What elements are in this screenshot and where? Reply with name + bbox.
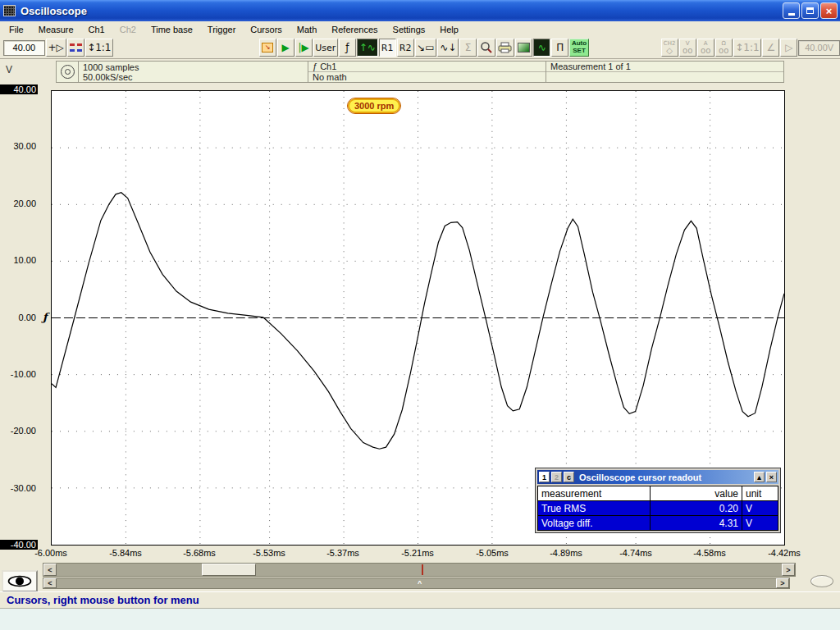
cursor-button-2[interactable]: 2	[551, 472, 562, 482]
ref-to-screen-button[interactable]: ∿↓	[437, 39, 459, 57]
ohm-range-button[interactable]: Ωoo	[715, 39, 733, 57]
cursor-readout-title: Oscilloscope cursor readout	[579, 472, 752, 482]
x-tick--4.58ms: -4.58ms	[693, 548, 726, 558]
y-tick-0.00: 0.00	[0, 313, 36, 322]
menu-help[interactable]: Help	[432, 23, 466, 36]
readout-unit: V	[742, 516, 778, 531]
pulse-button[interactable]: Π	[551, 39, 568, 57]
y-tick--40.00: -40.00	[0, 540, 38, 550]
cursor-readout-titlebar[interactable]: 12c Oscilloscope cursor readout ▴ ×	[537, 470, 778, 484]
maximize-button[interactable]	[801, 2, 819, 19]
cursor-button-c[interactable]: c	[564, 472, 574, 482]
scroll-left-button-1[interactable]: <	[43, 564, 57, 576]
ampere-range-button[interactable]: Aoo	[697, 39, 714, 57]
cursor-readout-window[interactable]: 12c Oscilloscope cursor readout ▴ × meas…	[535, 468, 781, 533]
close-readout-button[interactable]: ×	[766, 472, 777, 482]
autoset-button[interactable]: AutoSET	[569, 39, 589, 57]
eye-button[interactable]	[2, 570, 38, 592]
scrollbar-thumb[interactable]	[202, 564, 256, 576]
scale-1to1-button[interactable]: ↕1:1	[85, 39, 114, 57]
measurement-counter: Measurement 1 of 1	[546, 62, 783, 72]
zoom-button[interactable]	[477, 39, 495, 57]
amp2-button[interactable]: ▷	[780, 39, 797, 57]
y-tick--30.00: -30.00	[0, 483, 36, 493]
vertical-scale-display[interactable]: 40.00	[3, 40, 45, 56]
ref1-button[interactable]: R1	[379, 39, 396, 57]
toolbar: 40.00+▷↕1:1↘▶|▶Userƒ↑∿R1R2↘▭∿↓Σ∿ΠAutoSET…	[0, 37, 840, 59]
menu-cursors[interactable]: Cursors	[243, 23, 290, 36]
horizontal-scrollbar-2[interactable]: < ^ >	[43, 578, 790, 589]
rpm-annotation[interactable]: 3000 rpm	[348, 98, 400, 113]
axis-unit-label: V	[6, 64, 12, 75]
acquisition-info-panel: 1000 samples 50.00kS/sec ƒ Ch1 No math M…	[56, 61, 784, 83]
user-button[interactable]: User	[313, 39, 338, 57]
cursor-button-1[interactable]: 1	[539, 472, 550, 482]
window-title: Oscilloscope	[21, 5, 87, 17]
app-icon[interactable]	[3, 5, 16, 16]
persistence-button[interactable]	[515, 39, 532, 57]
horizontal-scrollbar-1[interactable]: < >	[43, 563, 796, 577]
x-tick--5.05ms: -5.05ms	[476, 548, 509, 558]
menu-ch2[interactable]: Ch2	[112, 23, 144, 36]
trigger-level-marker[interactable]: ƒ	[43, 311, 48, 323]
title-bar[interactable]: Oscilloscope ×	[0, 0, 840, 21]
readout-header-row: measurement value unit	[538, 486, 778, 501]
channel-display-button[interactable]: ↑∿	[357, 39, 378, 57]
volt-range-button[interactable]: Voo	[679, 39, 696, 57]
status-oval-indicator	[810, 575, 833, 587]
print-button[interactable]	[496, 39, 515, 57]
y-tick-30.00: 30.00	[0, 141, 36, 151]
scroll-right-button-2[interactable]: >	[776, 578, 789, 588]
waveform-display-button[interactable]: ∿	[533, 39, 550, 57]
probe-1to1-button[interactable]: ↕1:1	[733, 39, 762, 57]
sum-button[interactable]: Σ	[459, 39, 477, 57]
annotation-button[interactable]: ↘	[259, 39, 276, 57]
readout-value: 4.31	[651, 516, 742, 531]
menu-settings[interactable]: Settings	[386, 23, 433, 36]
samples-count: 1000 samples	[83, 62, 304, 72]
readout-row: Voltage diff.4.31V	[538, 516, 778, 531]
target-icon[interactable]	[57, 62, 79, 82]
function-button[interactable]: ƒ	[339, 39, 356, 57]
menu-time-base[interactable]: Time base	[144, 23, 200, 36]
ch2-probe-button[interactable]: CH2◇	[661, 39, 678, 57]
readout-row: True RMS0.20V	[538, 501, 778, 516]
close-button[interactable]: ×	[820, 2, 838, 19]
copy-to-ref-button[interactable]: ↘▭	[415, 39, 437, 57]
y-tick-40.00: 40.00	[0, 84, 38, 94]
menu-ch1[interactable]: Ch1	[81, 23, 112, 36]
menu-math[interactable]: Math	[290, 23, 324, 36]
ch2-scale-display[interactable]: 40.00V	[798, 40, 840, 56]
offset-lines-button[interactable]	[67, 39, 84, 57]
menu-file[interactable]: File	[2, 23, 31, 36]
ref2-button[interactable]: R2	[397, 39, 414, 57]
amplifier-button[interactable]: +▷	[46, 39, 66, 57]
source-cell: ƒ Ch1 No math	[308, 62, 546, 82]
x-axis-labels: -6.00ms-5.84ms-5.68ms-5.53ms-5.37ms-5.21…	[51, 548, 785, 559]
x-tick--5.37ms: -5.37ms	[326, 548, 359, 558]
menu-trigger[interactable]: Trigger	[200, 23, 243, 36]
menu-measure[interactable]: Measure	[31, 23, 81, 36]
rollup-button[interactable]: ▴	[754, 472, 765, 482]
trigger-position-marker	[422, 564, 423, 575]
readout-body: True RMS0.20VVoltage diff.4.31V	[538, 501, 778, 531]
minimize-button[interactable]	[783, 2, 800, 19]
callout-icon: ↘	[262, 43, 273, 52]
persistence-icon	[518, 43, 530, 52]
col-value: value	[651, 486, 742, 501]
ramp-button[interactable]: ∠	[762, 39, 779, 57]
x-tick--5.53ms: -5.53ms	[253, 548, 285, 558]
x-tick--6.00ms: -6.00ms	[34, 548, 67, 558]
run-button[interactable]: ▶	[277, 39, 294, 57]
menu-references[interactable]: References	[324, 23, 385, 36]
x-tick--5.68ms: -5.68ms	[183, 548, 216, 558]
math-status: No math	[308, 72, 546, 82]
scroll-left-button-2[interactable]: <	[43, 578, 57, 588]
status-text: Cursors, right mouse button for menu	[7, 594, 199, 606]
col-measurement: measurement	[538, 486, 651, 501]
trigger-source: ƒ Ch1	[308, 62, 546, 72]
single-run-button[interactable]: |▶	[295, 39, 313, 57]
scroll-right-button-1[interactable]: >	[782, 564, 795, 576]
samples-cell: 1000 samples 50.00kS/sec	[79, 62, 308, 82]
cursor-readout-table: measurement value unit True RMS0.20VVolt…	[537, 486, 778, 531]
